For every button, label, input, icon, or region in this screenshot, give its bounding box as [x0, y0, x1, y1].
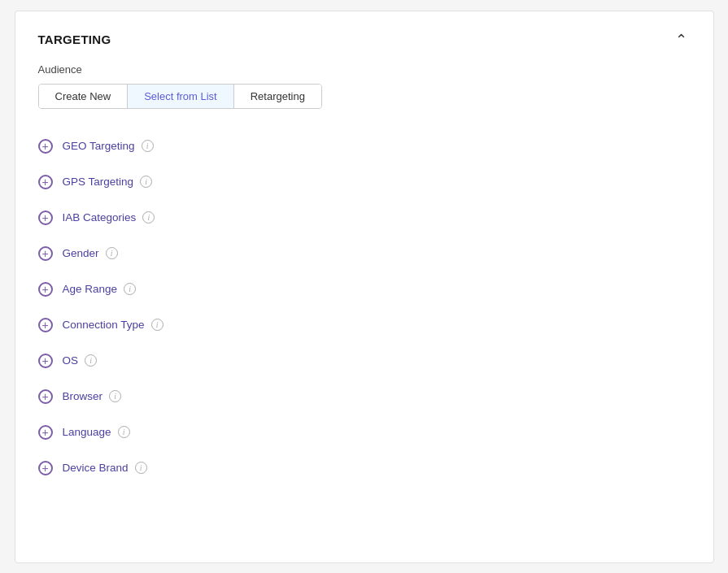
targeting-item-browser: +Browseri — [38, 379, 691, 415]
targeting-list: +GEO Targetingi+GPS Targetingi+IAB Categ… — [38, 128, 691, 486]
targeting-item-iab-categories: +IAB Categoriesi — [38, 200, 691, 236]
targeting-item-os: +OSi — [38, 343, 691, 379]
targeting-item-age-range: +Age Rangei — [38, 271, 691, 307]
info-icon-geo-targeting[interactable]: i — [142, 140, 154, 152]
targeting-label-os: OS — [63, 354, 79, 367]
plus-icon-gender[interactable]: + — [38, 246, 53, 261]
targeting-item-device-brand: +Device Brandi — [38, 450, 691, 486]
plus-icon-gps-targeting[interactable]: + — [38, 175, 53, 189]
targeting-label-gender: Gender — [63, 247, 99, 259]
targeting-item-gender: +Genderi — [38, 236, 691, 271]
targeting-item-connection-type: +Connection Typei — [38, 307, 691, 343]
plus-icon-os[interactable]: + — [38, 354, 53, 368]
info-icon-os[interactable]: i — [85, 354, 97, 367]
plus-icon-browser[interactable]: + — [38, 389, 53, 404]
plus-icon-language[interactable]: + — [38, 425, 53, 440]
targeting-label-geo-targeting: GEO Targeting — [63, 140, 135, 152]
collapse-button[interactable]: ⌃ — [672, 31, 691, 49]
info-icon-age-range[interactable]: i — [124, 283, 136, 295]
plus-icon-geo-targeting[interactable]: + — [38, 139, 53, 154]
tab-create-new[interactable]: Create New — [39, 85, 129, 108]
section-header: TARGETING ⌃ — [38, 31, 691, 49]
audience-tab-group: Create New Select from List Retargeting — [38, 84, 322, 109]
audience-label: Audience — [38, 63, 691, 76]
tab-retargeting[interactable]: Retargeting — [234, 85, 321, 108]
targeting-item-geo-targeting: +GEO Targetingi — [38, 128, 691, 164]
targeting-label-connection-type: Connection Type — [63, 319, 145, 331]
targeting-panel: TARGETING ⌃ Audience Create New Select f… — [15, 11, 714, 563]
plus-icon-device-brand[interactable]: + — [38, 461, 53, 475]
targeting-label-age-range: Age Range — [63, 283, 118, 295]
info-icon-browser[interactable]: i — [109, 390, 121, 402]
targeting-label-browser: Browser — [63, 390, 103, 402]
plus-icon-connection-type[interactable]: + — [38, 318, 53, 332]
section-title: TARGETING — [38, 33, 111, 46]
tab-select-from-list[interactable]: Select from List — [128, 85, 234, 108]
targeting-label-language: Language — [63, 426, 111, 438]
targeting-label-device-brand: Device Brand — [63, 462, 129, 474]
info-icon-iab-categories[interactable]: i — [142, 211, 155, 224]
info-icon-device-brand[interactable]: i — [135, 462, 147, 474]
plus-icon-iab-categories[interactable]: + — [38, 211, 53, 225]
targeting-item-gps-targeting: +GPS Targetingi — [38, 164, 691, 200]
info-icon-gender[interactable]: i — [106, 247, 118, 259]
targeting-label-gps-targeting: GPS Targeting — [63, 176, 134, 188]
targeting-label-iab-categories: IAB Categories — [63, 211, 137, 224]
info-icon-connection-type[interactable]: i — [151, 319, 163, 331]
info-icon-gps-targeting[interactable]: i — [140, 176, 152, 188]
plus-icon-age-range[interactable]: + — [38, 282, 53, 297]
targeting-item-language: +Languagei — [38, 415, 691, 450]
info-icon-language[interactable]: i — [118, 426, 130, 438]
